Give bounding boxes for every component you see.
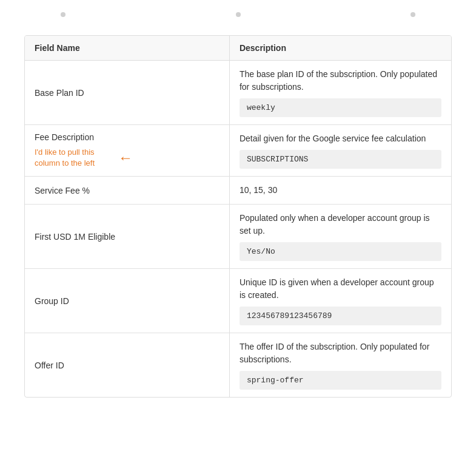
field-name-label: Group ID: [35, 296, 69, 306]
description-text: Populated only when a developer account …: [240, 212, 441, 237]
example-code-block: 123456789123456789: [240, 307, 441, 325]
field-name-cell-first-usd-1m-eligible: First USD 1M Eligible: [25, 205, 229, 269]
top-dots-row: [24, 12, 452, 17]
annotation-label: I'd like to pull this column to the left: [35, 147, 113, 169]
top-center-dot: [236, 12, 241, 17]
field-name-cell-group-id: Group ID: [25, 269, 229, 333]
field-name-cell-fee-description: Fee DescriptionI'd like to pull this col…: [25, 125, 229, 177]
example-code-block: Yes/No: [240, 242, 441, 261]
top-right-dot: [411, 12, 415, 17]
description-text: 10, 15, 30: [240, 185, 277, 195]
table-row: First USD 1M EligiblePopulated only when…: [25, 205, 451, 269]
description-cell-group-id: Unique ID is given when a developer acco…: [229, 269, 451, 333]
description-cell-first-usd-1m-eligible: Populated only when a developer account …: [229, 205, 451, 269]
table-header-row: Field Name Description: [25, 36, 451, 61]
description-cell-offer-id: The offer ID of the subscription. Only p…: [229, 333, 451, 398]
table-row: Service Fee %10, 15, 30: [25, 177, 451, 205]
field-name-with-annotation: Fee DescriptionI'd like to pull this col…: [35, 132, 220, 169]
page-container: Field Name Description Base Plan IDThe b…: [24, 12, 452, 398]
field-name-cell-service-fee: Service Fee %: [25, 177, 229, 205]
annotation-arrow-icon: ←: [118, 151, 133, 165]
table-row: Fee DescriptionI'd like to pull this col…: [25, 125, 451, 177]
field-name-cell-offer-id: Offer ID: [25, 333, 229, 398]
example-code-block: weekly: [240, 98, 441, 117]
description-text: Detail given for the Google service fee …: [240, 132, 441, 145]
example-code-block: spring-offer: [240, 371, 441, 390]
annotation-row: I'd like to pull this column to the left…: [35, 147, 220, 169]
field-name-label: Base Plan ID: [35, 88, 84, 98]
description-cell-base-plan-id: The base plan ID of the subscription. On…: [229, 61, 451, 125]
description-text: Unique ID is given when a developer acco…: [240, 276, 441, 302]
description-text: The offer ID of the subscription. Only p…: [240, 341, 441, 366]
field-name-label: Offer ID: [35, 361, 64, 370]
field-name-label: Service Fee %: [35, 186, 90, 195]
table-row: Offer IDThe offer ID of the subscription…: [25, 333, 451, 398]
field-name-header: Field Name: [25, 36, 229, 61]
description-text: The base plan ID of the subscription. On…: [240, 68, 441, 93]
example-code-block: SUBSCRIPTIONS: [240, 150, 441, 169]
fields-table: Field Name Description Base Plan IDThe b…: [25, 36, 451, 397]
table-row: Group IDUnique ID is given when a develo…: [25, 269, 451, 333]
field-name-label: Fee Description: [35, 132, 94, 142]
field-name-cell-base-plan-id: Base Plan ID: [25, 61, 229, 125]
table-row: Base Plan IDThe base plan ID of the subs…: [25, 61, 451, 125]
field-name-label: First USD 1M Eligible: [35, 232, 115, 242]
description-cell-service-fee: 10, 15, 30: [229, 177, 451, 205]
data-table-wrapper: Field Name Description Base Plan IDThe b…: [24, 35, 452, 398]
top-left-dot: [61, 12, 65, 17]
description-cell-fee-description: Detail given for the Google service fee …: [229, 125, 451, 177]
description-header: Description: [229, 36, 451, 61]
